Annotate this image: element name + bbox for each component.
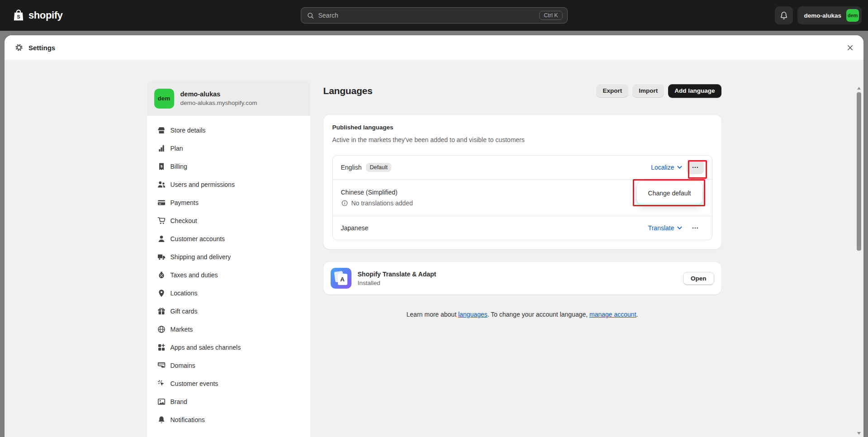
app-title: Shopify Translate & Adapt	[358, 271, 436, 278]
globe-icon	[157, 325, 166, 334]
sidebar-item-markets[interactable]: Markets	[152, 322, 305, 337]
close-button[interactable]	[844, 41, 856, 54]
sidebar-item-store-details[interactable]: Store details	[152, 123, 305, 138]
notifications-button[interactable]	[775, 6, 793, 24]
gift-icon	[157, 307, 166, 316]
shopify-wordmark: shopify	[28, 10, 62, 21]
sidebar-item-label: Billing	[171, 163, 187, 170]
close-icon	[846, 44, 854, 52]
app-status: Installed	[358, 280, 436, 286]
scroll-up-arrow[interactable]	[857, 87, 861, 90]
scrollbar	[855, 85, 863, 437]
sidebar-item-label: Plan	[171, 145, 183, 152]
checkout-icon	[157, 216, 166, 225]
sidebar-item-label: Markets	[171, 326, 193, 333]
localize-dropdown[interactable]: Localize	[651, 164, 682, 171]
sidebar-item-checkout[interactable]: Checkout	[152, 214, 305, 228]
sidebar-item-label: Checkout	[171, 217, 197, 224]
sidebar-item-apps-and-sales-channels[interactable]: Apps and sales channels	[152, 340, 305, 355]
settings-title: Settings	[28, 44, 55, 52]
sidebar-item-brand[interactable]: Brand	[152, 394, 305, 409]
search-placeholder: Search	[318, 12, 338, 19]
bellnav-icon	[157, 415, 166, 424]
shopify-bag-icon: S	[12, 9, 25, 22]
translate-adapt-app-icon: A	[331, 268, 351, 289]
settings-nav: Store detailsPlan$BillingUsers and permi…	[147, 116, 310, 437]
sidebar-item-taxes-and-duties[interactable]: Taxes and duties	[152, 268, 305, 282]
billing-icon: $	[157, 162, 166, 171]
settings-modal-body: dem demo-alukas demo-alukas.myshopify.co…	[5, 60, 863, 437]
sidebar-item-label: Brand	[171, 398, 187, 405]
sidebar-item-shipping-and-delivery[interactable]: Shipping and delivery	[152, 250, 305, 264]
sidebar-item-billing[interactable]: $Billing	[152, 159, 305, 174]
info-icon	[341, 200, 348, 207]
sidebar-item-plan[interactable]: Plan	[152, 141, 305, 156]
sidebar-item-customer-events[interactable]: Customer events	[152, 376, 305, 391]
topbar: S shopify Search Ctrl K demo-alukas dem	[0, 0, 868, 31]
footer-note: Learn more about languages. To change yo…	[323, 311, 721, 318]
account-menu-button[interactable]: demo-alukas dem	[797, 6, 862, 24]
export-button[interactable]: Export	[596, 84, 628, 98]
search-input[interactable]: Search Ctrl K	[301, 7, 568, 24]
sidebar-item-label: Taxes and duties	[171, 271, 218, 279]
scrollbar-thumb[interactable]	[857, 92, 861, 251]
sidebar-item-payments[interactable]: Payments	[152, 195, 305, 210]
language-name: English	[341, 164, 362, 171]
language-name: Chinese (Simplified)	[341, 189, 398, 196]
manage-account-link[interactable]: manage account	[589, 311, 636, 318]
tax-icon	[157, 271, 166, 280]
language-row-japanese: Japanese Translate	[333, 216, 712, 240]
sidebar-item-domains[interactable]: Domains	[152, 358, 305, 373]
account-store-name: demo-alukas	[804, 12, 841, 19]
sidebar-item-label: Locations	[171, 290, 198, 297]
users-icon	[157, 180, 166, 189]
store-domain: demo-alukas.myshopify.com	[180, 100, 257, 106]
no-translations-note: No translations added	[351, 200, 413, 207]
sidebar-item-label: Apps and sales channels	[171, 344, 241, 351]
settings-modal: Settings dem demo-alukas demo-alukas.mys…	[5, 35, 863, 437]
gear-icon	[14, 43, 24, 52]
settings-sidebar: dem demo-alukas demo-alukas.myshopify.co…	[147, 81, 310, 437]
bell-icon	[779, 11, 788, 20]
languages-link[interactable]: languages	[458, 311, 488, 318]
page-title: Languages	[323, 86, 373, 96]
settings-modal-header: Settings	[5, 35, 863, 60]
store-name: demo-alukas	[180, 90, 257, 98]
sidebar-item-notifications[interactable]: Notifications	[152, 413, 305, 427]
scroll-down-arrow[interactable]	[857, 432, 861, 435]
plan-icon	[157, 144, 166, 153]
horizontal-dots-icon	[691, 163, 699, 171]
truck-icon	[157, 252, 166, 261]
sidebar-item-label: Customer accounts	[171, 235, 225, 242]
translate-dropdown[interactable]: Translate	[648, 224, 682, 232]
store-card: dem demo-alukas demo-alukas.myshopify.co…	[147, 81, 310, 116]
image-icon	[157, 397, 166, 406]
pin-icon	[157, 289, 166, 298]
sidebar-item-label: Notifications	[171, 416, 205, 423]
shopify-logo[interactable]: S shopify	[12, 9, 62, 22]
search-icon	[307, 12, 314, 19]
store-avatar: dem	[154, 89, 174, 109]
domains-icon	[157, 361, 166, 370]
sidebar-item-label: Shipping and delivery	[171, 253, 231, 261]
sidebar-item-label: Domains	[171, 362, 195, 369]
store-icon	[157, 126, 166, 135]
sidebar-item-customer-accounts[interactable]: Customer accounts	[152, 232, 305, 246]
horizontal-dots-icon	[691, 224, 699, 232]
person-icon	[157, 234, 166, 243]
sidebar-item-label: Users and permissions	[171, 181, 235, 188]
import-button[interactable]: Import	[632, 84, 664, 98]
default-badge: Default	[366, 163, 391, 172]
change-default-menu-item[interactable]: Change default	[637, 181, 702, 204]
japanese-overflow-menu-button[interactable]	[687, 221, 704, 235]
payments-icon	[157, 198, 166, 207]
sidebar-item-gift-cards[interactable]: Gift cards	[152, 304, 305, 318]
add-language-button[interactable]: Add language	[668, 84, 721, 98]
sidebar-item-users-and-permissions[interactable]: Users and permissions	[152, 177, 305, 192]
languages-page: Languages Export Import Add language Pub…	[323, 81, 721, 437]
english-overflow-menu-button[interactable]	[687, 161, 704, 174]
translate-adapt-card: A Shopify Translate & Adapt Installed Op…	[323, 262, 721, 294]
sidebar-item-locations[interactable]: Locations	[152, 286, 305, 300]
language-name: Japanese	[341, 224, 369, 232]
open-app-button[interactable]: Open	[683, 272, 714, 285]
